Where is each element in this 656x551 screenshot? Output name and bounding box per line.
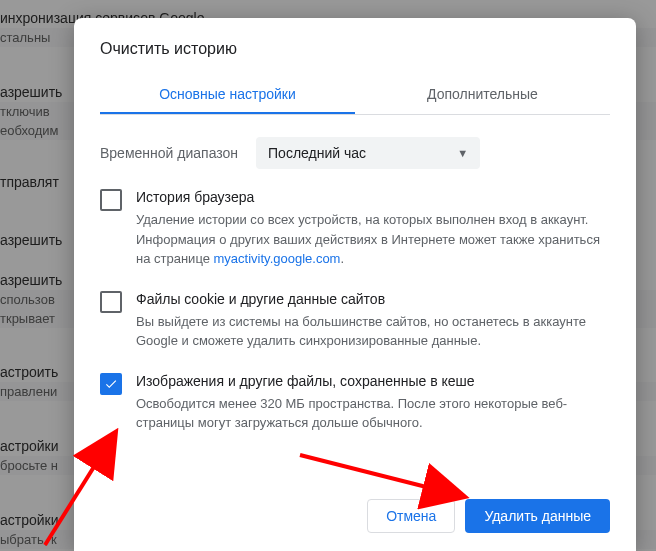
option-title: История браузера <box>136 187 610 208</box>
option-title: Изображения и другие файлы, сохраненные … <box>136 371 610 392</box>
tab-basic[interactable]: Основные настройки <box>100 76 355 114</box>
checkbox-cached-images[interactable] <box>100 373 122 395</box>
chevron-down-icon: ▼ <box>457 147 468 159</box>
time-range-value: Последний час <box>268 145 366 161</box>
cancel-button[interactable]: Отмена <box>367 499 455 533</box>
checkbox-cookies[interactable] <box>100 291 122 313</box>
myactivity-link[interactable]: myactivity.google.com <box>214 251 341 266</box>
dialog-tabs: Основные настройки Дополнительные <box>100 76 610 115</box>
dialog-title: Очистить историю <box>100 40 610 58</box>
option-title: Файлы cookie и другие данные сайтов <box>136 289 610 310</box>
option-desc: Удаление истории со всех устройств, на к… <box>136 212 600 266</box>
clear-browsing-data-dialog: Очистить историю Основные настройки Допо… <box>74 18 636 551</box>
option-cookies: Файлы cookie и другие данные сайтов Вы в… <box>100 289 610 351</box>
delete-data-button[interactable]: Удалить данные <box>465 499 610 533</box>
time-range-select[interactable]: Последний час ▼ <box>256 137 480 169</box>
time-range-row: Временной диапазон Последний час ▼ <box>100 137 610 169</box>
option-browsing-history: История браузера Удаление истории со все… <box>100 187 610 269</box>
time-range-label: Временной диапазон <box>100 145 238 161</box>
options-list: История браузера Удаление истории со все… <box>100 187 610 433</box>
option-cached-images: Изображения и другие файлы, сохраненные … <box>100 371 610 433</box>
checkbox-browsing-history[interactable] <box>100 189 122 211</box>
dialog-footer: Отмена Удалить данные <box>100 481 610 551</box>
option-desc: Вы выйдете из системы на большинстве сай… <box>136 314 586 349</box>
option-desc: Освободится менее 320 МБ пространства. П… <box>136 396 567 431</box>
tab-advanced[interactable]: Дополнительные <box>355 76 610 114</box>
